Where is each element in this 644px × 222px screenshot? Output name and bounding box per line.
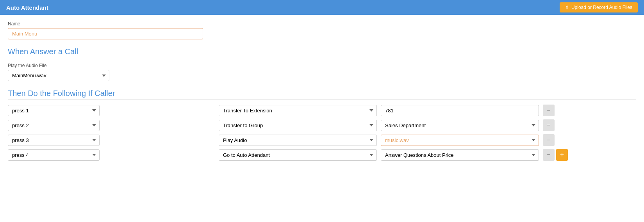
play-audio-container: Play the Audio File MainMenu.wav Intro.w… xyxy=(8,63,636,81)
value-input-1[interactable] xyxy=(381,105,539,116)
page-title: Auto Attendant xyxy=(6,4,48,11)
when-section-title: When Answer a Call xyxy=(8,47,636,56)
rule-row-right-3: Transfer To Extension Transfer to Group … xyxy=(219,134,636,146)
then-divider xyxy=(8,99,636,100)
rule-row: press 1 press 2 press 3 press 4 Transfer… xyxy=(8,119,636,131)
rule-row-right-1: Transfer To Extension Transfer to Group … xyxy=(219,105,636,116)
when-divider xyxy=(8,58,636,58)
rule-row: press 1 press 2 press 3 press 4 Transfer… xyxy=(8,134,636,146)
then-section: Then Do the Following If Caller press 1 … xyxy=(8,89,636,161)
upload-record-button[interactable]: ⇧ Upload or Record Audio Files xyxy=(560,2,638,12)
then-section-title: Then Do the Following If Caller xyxy=(8,89,636,98)
action-buttons-4: − + xyxy=(543,149,568,161)
rule-row-left-1: press 1 press 2 press 3 press 4 xyxy=(8,105,215,116)
add-rule-button[interactable]: + xyxy=(556,149,568,161)
remove-rule-button-3[interactable]: − xyxy=(543,134,555,146)
rule-row: press 1 press 2 press 3 press 4 Transfer… xyxy=(8,149,636,161)
main-content: Name When Answer a Call Play the Audio F… xyxy=(0,15,644,167)
header: Auto Attendant ⇧ Upload or Record Audio … xyxy=(0,0,644,15)
rule-row-left-3: press 1 press 2 press 3 press 4 xyxy=(8,135,215,146)
value-select-3[interactable]: music.wav MainMenu.wav Intro.wav Greetin… xyxy=(381,135,539,146)
name-input[interactable] xyxy=(8,28,203,39)
audio-file-select[interactable]: MainMenu.wav Intro.wav Greeting.wav xyxy=(8,70,109,81)
press-select-1[interactable]: press 1 press 2 press 3 press 4 xyxy=(8,105,100,116)
rule-row-right-4: Transfer To Extension Transfer to Group … xyxy=(219,149,636,161)
action-select-4[interactable]: Transfer To Extension Transfer to Group … xyxy=(219,149,377,161)
value-select-2[interactable]: Sales Department Support Marketing Billi… xyxy=(381,120,539,131)
rule-row-right-2: Transfer To Extension Transfer to Group … xyxy=(219,119,636,131)
name-label: Name xyxy=(8,21,636,27)
rule-row-left-4: press 1 press 2 press 3 press 4 xyxy=(8,149,215,161)
remove-rule-button-4[interactable]: − xyxy=(543,149,555,161)
rule-row-left-2: press 1 press 2 press 3 press 4 xyxy=(8,120,215,131)
action-select-1[interactable]: Transfer To Extension Transfer to Group … xyxy=(219,105,377,116)
value-select-4[interactable]: Answer Questions About Price Main Menu A… xyxy=(381,149,539,161)
remove-rule-button-1[interactable]: − xyxy=(543,105,555,116)
name-field-container: Name xyxy=(8,21,636,39)
play-audio-label: Play the Audio File xyxy=(8,63,636,68)
rule-row: press 1 press 2 press 3 press 4 Transfer… xyxy=(8,105,636,116)
press-select-3[interactable]: press 1 press 2 press 3 press 4 xyxy=(8,135,100,146)
press-select-4[interactable]: press 1 press 2 press 3 press 4 xyxy=(8,149,100,161)
remove-rule-button-2[interactable]: − xyxy=(543,119,555,131)
rules-container: press 1 press 2 press 3 press 4 Transfer… xyxy=(8,105,636,161)
action-select-2[interactable]: Transfer To Extension Transfer to Group … xyxy=(219,120,377,131)
action-select-3[interactable]: Transfer To Extension Transfer to Group … xyxy=(219,135,377,146)
upload-icon: ⇧ xyxy=(565,5,569,10)
press-select-2[interactable]: press 1 press 2 press 3 press 4 xyxy=(8,120,100,131)
